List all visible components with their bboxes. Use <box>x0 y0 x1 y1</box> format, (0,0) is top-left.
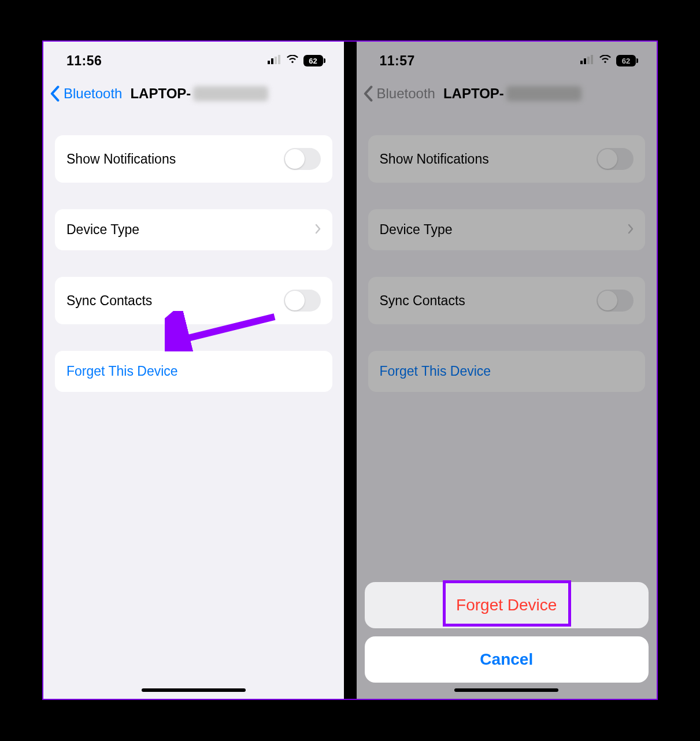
title-prefix: LAPTOP- <box>130 86 191 102</box>
wifi-icon <box>286 55 299 66</box>
show-notifications-row[interactable]: Show Notifications <box>55 135 332 183</box>
cellular-icon <box>268 55 282 66</box>
title-redacted <box>193 86 268 101</box>
sync-contacts-toggle[interactable] <box>284 290 321 312</box>
svg-rect-1 <box>271 58 273 64</box>
left-phone-frame: 11:56 62 Bluetooth LAPTOP- <box>43 42 344 699</box>
divider <box>344 42 357 699</box>
forget-this-device-button[interactable]: Forget This Device <box>55 351 332 392</box>
row-label: Sync Contacts <box>66 293 152 309</box>
nav-bar: Bluetooth LAPTOP- <box>43 73 344 114</box>
cancel-button[interactable]: Cancel <box>365 636 649 683</box>
row-label: Device Type <box>66 222 139 238</box>
composite-screenshot: 11:56 62 Bluetooth LAPTOP- <box>42 40 658 700</box>
status-time: 11:56 <box>66 53 102 69</box>
button-label: Cancel <box>480 650 533 668</box>
home-indicator[interactable] <box>142 688 246 692</box>
row-label: Forget This Device <box>66 364 178 379</box>
battery-icon: 62 <box>303 55 325 66</box>
show-notifications-toggle[interactable] <box>284 148 321 170</box>
svg-rect-3 <box>278 55 280 64</box>
notifications-group: Show Notifications <box>55 135 332 183</box>
forget-group: Forget This Device <box>55 351 332 392</box>
status-bar: 11:56 62 <box>43 42 344 73</box>
button-label: Forget Device <box>456 596 557 614</box>
action-sheet: Forget Device Cancel <box>365 582 649 683</box>
status-icons: 62 <box>268 55 325 66</box>
home-indicator[interactable] <box>454 688 558 692</box>
page-title: LAPTOP- <box>130 86 268 102</box>
svg-rect-0 <box>268 61 270 64</box>
row-label: Show Notifications <box>66 151 176 167</box>
device-type-group: Device Type <box>55 209 332 250</box>
svg-rect-2 <box>275 57 277 64</box>
back-button[interactable]: Bluetooth <box>64 86 122 102</box>
chevron-right-icon <box>315 222 321 238</box>
right-phone-frame: 11:57 62 Bluetooth LAPTOP- <box>357 42 657 699</box>
back-chevron-icon[interactable] <box>49 86 60 102</box>
device-type-row[interactable]: Device Type <box>55 209 332 250</box>
forget-device-button[interactable]: Forget Device <box>365 582 649 628</box>
sync-contacts-group: Sync Contacts <box>55 277 332 324</box>
sync-contacts-row[interactable]: Sync Contacts <box>55 277 332 324</box>
